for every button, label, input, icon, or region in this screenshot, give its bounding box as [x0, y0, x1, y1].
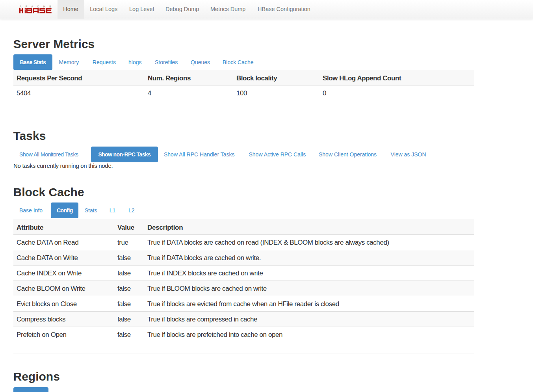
svg-text:APACHE: APACHE	[19, 5, 52, 8]
